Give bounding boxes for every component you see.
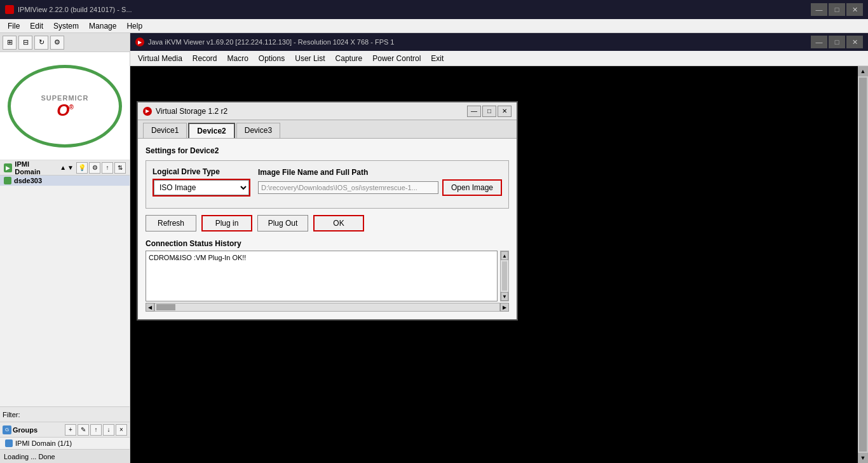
vs-dialog: Virtual Storage 1.2 r2 — □ ✕ Device1 De: [137, 101, 518, 321]
vs-dialog-title: Virtual Storage 1.2 r2: [156, 107, 227, 116]
vs-status-message: CDROM&ISO :VM Plug-In OK!!: [149, 254, 246, 261]
plug-out-btn[interactable]: Plug Out: [257, 215, 308, 232]
ikvm-maximize-btn[interactable]: □: [829, 36, 845, 48]
vs-button-row: Refresh Plug in Plug Out OK: [146, 215, 509, 232]
outer-ipmiview-window: IPMIView 2.22.0 (build 241017) - S... — …: [0, 0, 868, 463]
vs-scroll-thumb: [502, 261, 507, 291]
ikvm-close-btn[interactable]: ✕: [846, 36, 863, 48]
ikvm-titlebar: ▶ Java iKVM Viewer v1.69.20 [212.224.112…: [130, 33, 868, 51]
toolbar-btn-4[interactable]: ⚙: [50, 36, 64, 50]
outer-window-title: IPMIView 2.22.0 (build 241017) - S...: [18, 6, 132, 13]
tree-item-label: IPMI Domain (1/1): [15, 439, 72, 447]
vs-dialog-icon: [143, 107, 152, 116]
open-image-btn[interactable]: Open Image: [442, 179, 502, 196]
vs-close-btn[interactable]: ✕: [498, 106, 512, 117]
groups-up-btn[interactable]: ↑: [90, 424, 102, 436]
host-item: dsde303: [0, 176, 130, 186]
toolbar-btn-1[interactable]: ⊞: [3, 36, 17, 50]
scroll-thumb: [859, 78, 867, 452]
vs-status-box[interactable]: CDROM&ISO :VM Plug-In OK!!: [146, 251, 498, 301]
vs-titlebar: Virtual Storage 1.2 r2 — □ ✕: [138, 102, 517, 120]
vs-minimize-btn[interactable]: —: [467, 106, 481, 117]
outer-maximize-btn[interactable]: □: [829, 3, 845, 16]
groups-add-btn[interactable]: +: [65, 424, 76, 436]
vs-hscroll-left-btn[interactable]: ◀: [146, 303, 154, 312]
toolbar-arrows-icon[interactable]: ⇅: [114, 162, 126, 174]
vs-hscroll-right-btn[interactable]: ▶: [500, 303, 509, 312]
vs-scroll-down-btn[interactable]: ▼: [501, 292, 508, 301]
ikvm-window-title: Java iKVM Viewer v1.69.20 [212.224.112.1…: [148, 38, 394, 46]
ikvm-display[interactable]: Virtual Storage 1.2 r2 — □ ✕ Device1 De: [130, 66, 858, 463]
toolbar-light-icon[interactable]: 💡: [76, 162, 88, 174]
menu-power-control[interactable]: Power Control: [367, 53, 426, 64]
plug-in-btn[interactable]: Plug in: [201, 215, 252, 232]
vs-maximize-btn[interactable]: □: [482, 106, 496, 117]
ok-btn[interactable]: OK: [313, 215, 364, 232]
logo-area: SUPERMICR O®: [0, 52, 130, 160]
outer-titlebar: IPMIView 2.22.0 (build 241017) - S... — …: [0, 0, 868, 19]
menu-record[interactable]: Record: [187, 53, 222, 64]
toolbar-btn-3[interactable]: ↻: [34, 36, 48, 50]
vs-status-box-wrapper: CDROM&ISO :VM Plug-In OK!! ▲ ▼: [146, 251, 509, 301]
groups-edit-btn[interactable]: ✎: [78, 424, 89, 436]
outer-minimize-btn[interactable]: —: [811, 3, 827, 16]
groups-down-btn[interactable]: ↓: [103, 424, 114, 436]
toolbar-gear-icon[interactable]: ⚙: [89, 162, 100, 174]
refresh-btn[interactable]: Refresh: [146, 215, 196, 232]
menu-virtual-media[interactable]: Virtual Media: [133, 53, 187, 64]
menu-file[interactable]: File: [3, 20, 25, 32]
vs-hscroll-track[interactable]: [154, 303, 500, 312]
ikvm-display-container: Virtual Storage 1.2 r2 — □ ✕ Device1 De: [130, 66, 868, 463]
vs-fieldset: Logical Drive Type ISO Image HD Image Fl…: [146, 160, 509, 209]
outer-close-btn[interactable]: ✕: [846, 3, 863, 16]
vs-tab-device3[interactable]: Device3: [236, 123, 280, 138]
expand-icon[interactable]: ▲: [60, 164, 66, 171]
scroll-up-btn[interactable]: ▲: [858, 66, 868, 76]
main-ikvm-area: ▶ Java iKVM Viewer v1.69.20 [212.224.112…: [130, 33, 868, 463]
vs-scroll-up-btn[interactable]: ▲: [501, 251, 508, 260]
bottom-status-bar: Loading ... Done: [0, 449, 130, 463]
outer-window-controls: — □ ✕: [811, 3, 863, 16]
menu-edit[interactable]: Edit: [25, 20, 48, 32]
vs-connection-status: Connection Status History CDROM&ISO :VM …: [146, 239, 509, 312]
menu-exit[interactable]: Exit: [426, 53, 449, 64]
image-path-input[interactable]: [258, 181, 438, 194]
vs-hscroll-wrapper: ◀ ▶: [146, 303, 509, 312]
groups-toolbar: G Groups + ✎ ↑ ↓ ×: [0, 422, 130, 438]
filter-toolbar: Filter:: [0, 407, 130, 422]
menu-user-list[interactable]: User List: [290, 53, 330, 64]
host-icon: [4, 177, 11, 184]
content-area: ⊞ ⊟ ↻ ⚙ SUPERMICR O®: [0, 33, 868, 463]
tree-item-ipmi-domain[interactable]: IPMI Domain (1/1): [0, 438, 130, 449]
menu-manage[interactable]: Manage: [84, 20, 121, 32]
loading-status-text: Loading ... Done: [4, 453, 55, 460]
vs-status-scrollbar: ▲ ▼: [500, 251, 509, 301]
scroll-down-btn[interactable]: ▼: [858, 453, 868, 463]
groups-label: Groups: [13, 426, 37, 434]
vs-status-title: Connection Status History: [146, 239, 509, 248]
ikvm-minimize-btn[interactable]: —: [811, 36, 827, 48]
ipmi-domain-status-bar: ▶ IPMI Domain ▲ ▼ 💡 ⚙ ↑ ⇅: [0, 160, 130, 176]
tree-item-icon: [5, 439, 13, 447]
ikvm-window-controls: — □ ✕: [811, 36, 863, 48]
groups-delete-btn[interactable]: ×: [116, 424, 127, 436]
menu-options[interactable]: Options: [254, 53, 290, 64]
menu-system[interactable]: System: [48, 20, 84, 32]
vs-hscroll-thumb: [156, 304, 175, 310]
outer-menubar: File Edit System Manage Help: [0, 19, 868, 33]
filter-label: Filter:: [3, 411, 20, 418]
expand-icon-2[interactable]: ▼: [67, 164, 74, 171]
vs-tab-device1[interactable]: Device1: [143, 123, 187, 138]
vs-section-title: Settings for Device2: [146, 146, 509, 155]
menu-macro[interactable]: Macro: [222, 53, 254, 64]
vs-tabs: Device1 Device2 Device3: [138, 120, 517, 139]
menu-help[interactable]: Help: [121, 20, 147, 32]
toolbar-btn-2[interactable]: ⊟: [18, 36, 32, 50]
toolbar-upload-icon[interactable]: ↑: [102, 162, 113, 174]
logical-drive-select-wrapper: ISO Image HD Image Floppy Image: [153, 179, 250, 197]
menu-capture[interactable]: Capture: [330, 53, 368, 64]
host-label[interactable]: dsde303: [14, 177, 42, 184]
vs-tab-device2[interactable]: Device2: [188, 123, 234, 138]
logical-drive-select[interactable]: ISO Image HD Image Floppy Image: [154, 180, 249, 195]
app-icon: [5, 5, 14, 14]
